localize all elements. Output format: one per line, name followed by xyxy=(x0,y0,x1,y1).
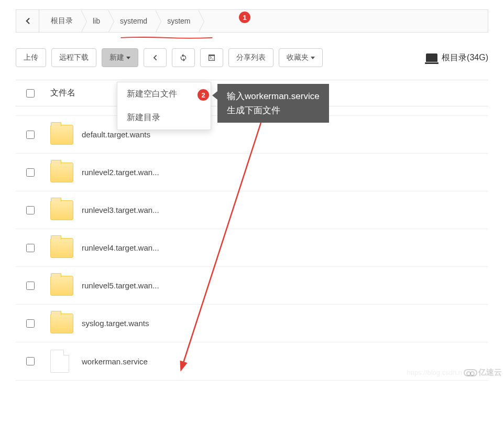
arrow-left-icon xyxy=(151,53,159,62)
table-row[interactable]: runlevel4.target.wan... xyxy=(16,229,488,267)
caret-down-icon xyxy=(126,57,130,59)
file-icon xyxy=(50,350,69,373)
caret-down-icon xyxy=(311,57,315,59)
select-all-checkbox[interactable] xyxy=(26,89,35,98)
row-checkbox[interactable] xyxy=(26,282,35,290)
new-file-item[interactable]: 新建空白文件 xyxy=(117,82,211,106)
crumb-root[interactable]: 根目录 xyxy=(39,10,81,32)
row-checkbox[interactable] xyxy=(26,168,35,177)
new-button[interactable]: 新建 xyxy=(102,48,138,67)
favorites-button[interactable]: 收藏夹 xyxy=(279,48,323,67)
row-checkbox[interactable] xyxy=(26,244,35,252)
file-name: default.target.wants xyxy=(82,130,150,139)
folder-icon xyxy=(50,200,73,220)
terminal-icon xyxy=(207,53,216,62)
file-name: syslog.target.wants xyxy=(82,319,149,328)
file-name: runlevel2.target.wan... xyxy=(82,168,159,177)
folder-icon xyxy=(50,163,73,182)
watermark-url: https://blog.csdn.n xyxy=(407,369,462,376)
file-name: runlevel3.target.wan... xyxy=(82,206,159,214)
disk-label: 根目录(34G) xyxy=(442,52,488,63)
file-name: runlevel4.target.wan... xyxy=(82,243,159,252)
folder-icon xyxy=(50,238,73,258)
file-list: default.target.wants runlevel2.target.wa… xyxy=(16,116,488,381)
remote-download-button[interactable]: 远程下载 xyxy=(51,48,96,67)
file-name: workerman.service xyxy=(82,357,148,366)
watermark-logo: 亿速云 xyxy=(464,368,502,377)
row-checkbox[interactable] xyxy=(26,131,35,139)
table-row[interactable]: runlevel2.target.wan... xyxy=(16,154,488,191)
row-checkbox[interactable] xyxy=(26,206,35,214)
arrow-left-icon xyxy=(23,16,32,26)
table-row[interactable]: runlevel5.target.wan... xyxy=(16,267,488,305)
disk-info: 根目录(34G) xyxy=(426,52,488,63)
crumb-system[interactable]: system xyxy=(156,10,199,32)
share-list-button[interactable]: 分享列表 xyxy=(228,48,273,67)
tooltip-line: 输入workerman.service xyxy=(227,89,320,103)
back-button[interactable] xyxy=(16,10,39,32)
annotation-callout-2: 2 xyxy=(198,89,209,101)
column-header-name[interactable]: 文件名 xyxy=(50,88,75,99)
new-dropdown-menu: 新建空白文件 新建目录 xyxy=(117,82,211,130)
crumb-systemd[interactable]: systemd xyxy=(108,10,156,32)
crumb-label: systemd xyxy=(120,17,147,25)
file-name: runlevel5.target.wan... xyxy=(82,281,159,290)
crumb-label: lib xyxy=(93,17,100,25)
terminal-button[interactable] xyxy=(200,48,223,67)
annotation-callout-1: 1 xyxy=(239,12,250,23)
refresh-button[interactable] xyxy=(172,48,195,67)
disk-icon xyxy=(426,53,437,62)
crumb-label: system xyxy=(167,17,190,25)
folder-icon xyxy=(50,276,73,296)
breadcrumb: 根目录 lib systemd system xyxy=(16,9,488,33)
row-checkbox[interactable] xyxy=(26,357,35,365)
folder-icon xyxy=(50,314,73,333)
cloud-icon xyxy=(464,369,477,376)
folder-icon xyxy=(50,125,73,145)
table-row[interactable]: runlevel3.target.wan... xyxy=(16,191,488,229)
back-history-button[interactable] xyxy=(144,48,167,67)
row-checkbox[interactable] xyxy=(26,319,35,328)
toolbar: 上传 远程下载 新建 分享列表 收藏夹 根目录(34G) xyxy=(0,33,504,80)
new-folder-item[interactable]: 新建目录 xyxy=(117,106,211,129)
upload-button[interactable]: 上传 xyxy=(16,48,46,67)
annotation-tooltip: 输入workerman.service 生成下面文件 xyxy=(217,84,329,123)
refresh-icon xyxy=(179,53,188,62)
crumb-label: 根目录 xyxy=(51,16,73,26)
select-all-col xyxy=(23,89,50,98)
tooltip-line: 生成下面文件 xyxy=(227,103,320,117)
table-row[interactable]: syslog.target.wants xyxy=(16,305,488,342)
